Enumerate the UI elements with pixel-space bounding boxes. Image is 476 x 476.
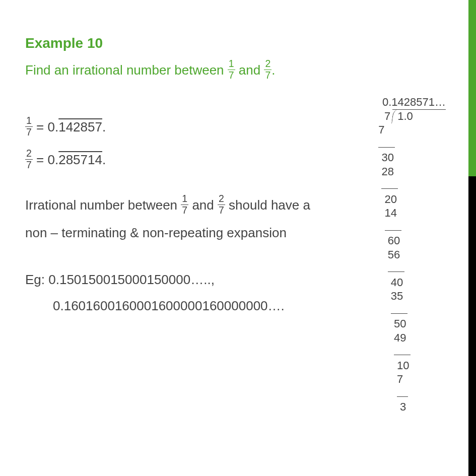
ld-rule bbox=[369, 178, 446, 192]
eq2-pre: = 0. bbox=[33, 152, 58, 167]
ld-line: 40 bbox=[369, 276, 446, 290]
fraction-2-7: 27 bbox=[264, 59, 271, 80]
ld-line: 30 bbox=[369, 151, 446, 165]
ld-dividend: 1.0 bbox=[397, 110, 413, 122]
eg-value-2: 0.1601600160001600000160000000…. bbox=[53, 293, 312, 319]
fraction-2-7: 27 bbox=[25, 149, 33, 170]
ld-divisor-dividend: 71.000000 bbox=[384, 109, 446, 123]
fraction-1-7: 17 bbox=[181, 194, 188, 215]
ld-quotient: 0.1428571… bbox=[369, 96, 446, 109]
ld-line: 49 bbox=[369, 331, 446, 345]
eq1-pre: = 0. bbox=[33, 119, 58, 134]
ld-rule bbox=[369, 303, 446, 317]
long-division: 0.1428571… 71.000000 7 30 28 20 14 60 56… bbox=[369, 96, 446, 414]
ld-line: 10 bbox=[369, 359, 446, 373]
explain-p2: and bbox=[188, 197, 218, 213]
fraction-denominator: 7 bbox=[218, 205, 225, 216]
eg-label: Eg: bbox=[25, 272, 48, 287]
ld-line: 14 bbox=[369, 206, 446, 220]
fraction-1-7: 17 bbox=[25, 116, 33, 137]
fraction-numerator: 1 bbox=[228, 59, 235, 70]
fraction-denominator: 7 bbox=[181, 205, 188, 216]
eg-value-1: 0.150150015000150000….., bbox=[48, 272, 215, 287]
question-text: Find an irrational number between 17 and… bbox=[25, 60, 312, 82]
repeating-decimal: 142857 bbox=[58, 119, 102, 134]
fraction-numerator: 1 bbox=[181, 194, 188, 205]
fraction-numerator: 1 bbox=[25, 116, 33, 127]
fraction-denominator: 7 bbox=[228, 70, 235, 81]
equation-2: 27 = 0.285714. bbox=[25, 150, 312, 171]
explain-p1: Irrational number between bbox=[25, 197, 181, 213]
eq2-post: . bbox=[102, 152, 106, 167]
ld-line: 20 bbox=[369, 192, 446, 207]
fraction-denominator: 7 bbox=[264, 70, 271, 81]
ld-line: 7 bbox=[369, 372, 446, 386]
ld-line: 60 bbox=[369, 234, 446, 248]
ld-rule bbox=[369, 386, 446, 400]
ld-steps: 7 30 28 20 14 60 56 40 35 50 49 10 7 3 bbox=[369, 123, 446, 414]
ld-line: 28 bbox=[369, 165, 446, 179]
ld-line: 35 bbox=[369, 289, 446, 303]
examples-block: Eg: 0.150150015000150000….., 0.160160016… bbox=[25, 266, 312, 319]
brand-logo: teachoo.com bbox=[394, 5, 446, 17]
ld-line: 7 bbox=[369, 123, 446, 137]
ld-line: 56 bbox=[369, 248, 446, 262]
ld-rule bbox=[369, 345, 446, 359]
question-suffix: . bbox=[271, 62, 275, 78]
fraction-numerator: 2 bbox=[218, 194, 225, 205]
ld-line: 50 bbox=[369, 317, 446, 331]
question-prefix: Find an irrational number between bbox=[25, 62, 228, 78]
ld-rule bbox=[369, 137, 446, 151]
ld-rule bbox=[369, 261, 446, 276]
fraction-1-7: 17 bbox=[228, 59, 235, 80]
explanation-text: Irrational number between 17 and 27 shou… bbox=[25, 191, 312, 246]
main-content: Example 10 Find an irrational number bet… bbox=[0, 0, 327, 319]
fraction-denominator: 7 bbox=[25, 160, 33, 170]
ld-line: 3 bbox=[369, 400, 446, 414]
fraction-numerator: 2 bbox=[25, 149, 33, 160]
side-accent-bar bbox=[468, 0, 476, 476]
fraction-2-7: 27 bbox=[218, 194, 225, 215]
eq1-post: . bbox=[102, 119, 106, 134]
example-title: Example 10 bbox=[25, 35, 312, 51]
repeating-decimal: 285714 bbox=[58, 152, 102, 167]
fraction-numerator: 2 bbox=[264, 59, 271, 70]
ld-rule bbox=[369, 220, 446, 234]
question-mid: and bbox=[235, 62, 264, 78]
fraction-denominator: 7 bbox=[25, 127, 33, 138]
equation-1: 17 = 0.142857. bbox=[25, 117, 312, 139]
